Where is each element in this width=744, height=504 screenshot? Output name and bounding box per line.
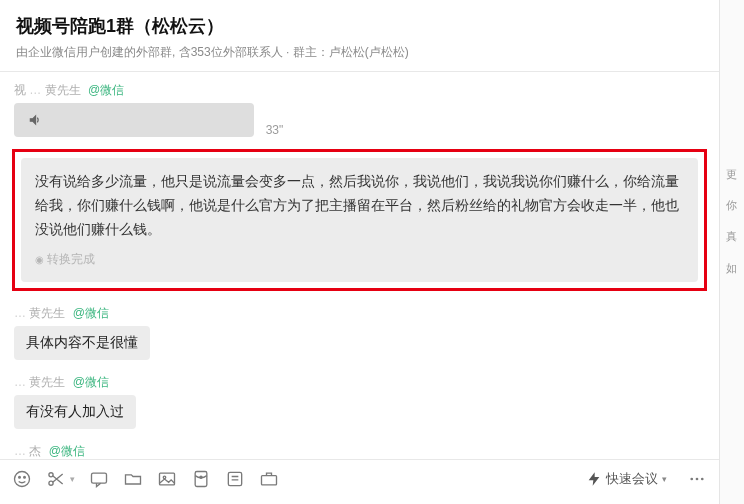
svg-point-0 (15, 472, 30, 487)
sender-prefix: 视 (14, 83, 26, 97)
sender-name: 杰 (29, 444, 41, 458)
sender-name: 黄先生 (29, 306, 65, 320)
transcript-status: 转换完成 (35, 249, 684, 269)
platform-tag: @微信 (88, 83, 124, 97)
svg-point-1 (19, 477, 21, 479)
sender-line: 视 … 黄先生 @微信 (14, 82, 705, 99)
svg-point-14 (701, 478, 704, 481)
rail-hint: 你 (726, 199, 744, 212)
rail-hint: 如 (726, 262, 744, 275)
scissors-icon[interactable] (46, 469, 66, 489)
message-text: … 杰 @微信 我做过MCN (14, 443, 705, 459)
quick-meeting-button[interactable]: 快速会议 ▾ (580, 468, 673, 490)
highlighted-transcript: 没有说给多少流量，他只是说流量会变多一点，然后我说你，我说他们，我说我说你们赚什… (12, 149, 707, 291)
rail-hint: 真 (726, 230, 744, 243)
svg-point-12 (690, 478, 693, 481)
svg-point-2 (24, 477, 26, 479)
message-text: … 黄先生 @微信 具体内容不是很懂 (14, 305, 705, 360)
platform-tag: @微信 (73, 306, 109, 320)
redpacket-icon[interactable] (191, 469, 211, 489)
folder-icon[interactable] (123, 469, 143, 489)
rail-hint: 更 (726, 168, 744, 181)
right-rail: 更 你 真 如 (720, 0, 744, 504)
collect-icon[interactable] (225, 469, 245, 489)
chat-title: 视频号陪跑1群（松松云） (16, 14, 703, 38)
svg-rect-6 (160, 473, 175, 485)
transcript-bubble[interactable]: 没有说给多少流量，他只是说流量会变多一点，然后我说你，我说他们，我说我说你们赚什… (21, 158, 698, 282)
sender-name: 黄先生 (29, 375, 65, 389)
text-bubble[interactable]: 有没有人加入过 (14, 395, 136, 429)
transcript-text: 没有说给多少流量，他只是说流量会变多一点，然后我说你，我说他们，我说我说你们赚什… (35, 170, 684, 241)
sender-line: … 黄先生 @微信 (14, 305, 705, 322)
compose-toolbar: ▾ (0, 459, 719, 504)
emoji-icon[interactable] (12, 469, 32, 489)
chat-bubble-icon[interactable] (89, 469, 109, 489)
voice-bubble[interactable] (14, 103, 254, 137)
chat-scroll[interactable]: 视 … 黄先生 @微信 33" (0, 72, 719, 459)
svg-rect-10 (228, 472, 241, 485)
svg-rect-11 (262, 476, 277, 485)
more-icon[interactable] (687, 469, 707, 489)
sender-line: … 杰 @微信 (14, 443, 705, 459)
svg-rect-5 (92, 473, 107, 483)
chat-header: 视频号陪跑1群（松松云） 由企业微信用户创建的外部群, 含353位外部联系人 ·… (0, 0, 719, 72)
chat-subtitle: 由企业微信用户创建的外部群, 含353位外部联系人 · 群主：卢松松(卢松松) (16, 44, 703, 61)
svg-point-13 (696, 478, 699, 481)
sender-line: … 黄先生 @微信 (14, 374, 705, 391)
svg-point-9 (200, 476, 202, 478)
image-icon[interactable] (157, 469, 177, 489)
bolt-icon (586, 471, 602, 487)
quick-meeting-label: 快速会议 (606, 470, 658, 488)
message-text: … 黄先生 @微信 有没有人加入过 (14, 374, 705, 429)
text-bubble[interactable]: 具体内容不是很懂 (14, 326, 150, 360)
message-voice: 视 … 黄先生 @微信 33" (14, 82, 705, 137)
sender-name: 黄先生 (45, 83, 81, 97)
platform-tag: @微信 (73, 375, 109, 389)
voice-duration: 33" (266, 123, 284, 137)
platform-tag: @微信 (49, 444, 85, 458)
sound-icon (28, 113, 42, 127)
briefcase-icon[interactable] (259, 469, 279, 489)
